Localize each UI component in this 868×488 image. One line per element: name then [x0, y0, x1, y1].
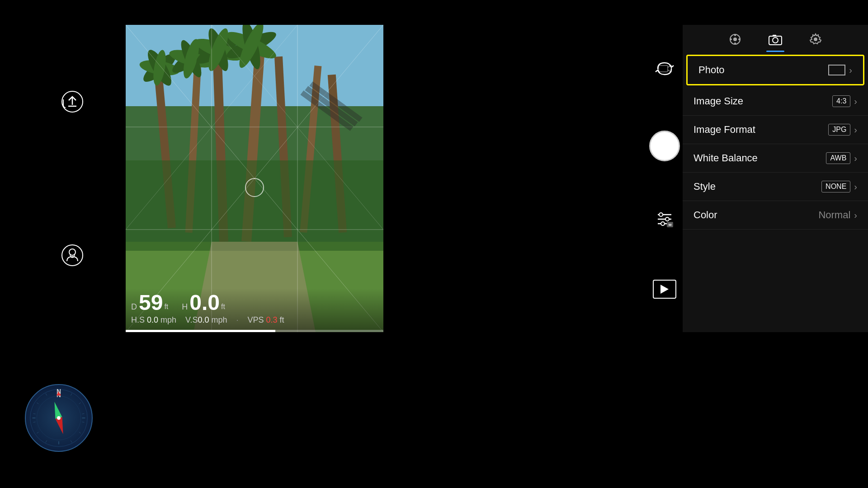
style-label: Style — [693, 181, 716, 192]
panel-tabs — [683, 25, 868, 53]
settings-list: Photo › Image Size 4:3 › Image Format JP… — [683, 55, 868, 230]
settings-item-image-format[interactable]: Image Format JPG › — [683, 116, 868, 144]
h-unit: ft — [221, 303, 225, 311]
svg-point-44 — [730, 38, 732, 40]
camera-flip-button[interactable] — [654, 58, 675, 82]
compass-circle: N N — [25, 384, 93, 452]
white-balance-chevron: › — [854, 153, 857, 164]
filter-settings-button[interactable]: M — [656, 210, 674, 231]
svg-rect-48 — [773, 35, 776, 37]
hud-overlay: D 59 ft H 0.0 ft H.S 0.0 mph V.S0.0 mph … — [126, 288, 383, 332]
svg-point-45 — [738, 38, 740, 40]
svg-point-43 — [734, 42, 736, 44]
svg-line-65 — [82, 422, 85, 422]
image-format-right: JPG › — [828, 124, 857, 136]
svg-line-71 — [33, 422, 36, 422]
playback-button[interactable] — [653, 280, 676, 299]
play-icon — [660, 285, 669, 294]
white-balance-value: AWB — [826, 152, 850, 164]
settings-item-style[interactable]: Style NONE › — [683, 173, 868, 201]
svg-line-66 — [79, 432, 81, 433]
svg-line-70 — [33, 413, 36, 414]
style-right: NONE › — [821, 181, 857, 192]
svg-point-83 — [665, 217, 669, 221]
image-size-chevron: › — [854, 96, 857, 107]
camera-viewport: D 59 ft H 0.0 ft H.S 0.0 mph V.S0.0 mph … — [126, 25, 383, 332]
color-chevron: › — [854, 210, 857, 221]
white-balance-right: AWB › — [826, 152, 857, 164]
compass-widget: N N — [25, 384, 93, 452]
d-value: 59 — [139, 292, 163, 314]
svg-text:M: M — [669, 223, 672, 227]
svg-point-84 — [661, 222, 665, 225]
settings-panel: Photo › Image Size 4:3 › Image Format JP… — [683, 25, 868, 332]
photo-right: › — [828, 65, 852, 75]
photo-value-rect — [828, 65, 845, 75]
svg-rect-78 — [659, 66, 668, 72]
photo-chevron: › — [849, 65, 852, 75]
tab-video[interactable] — [729, 33, 741, 48]
vs-display: V.S0.0 mph — [185, 315, 227, 325]
image-size-right: 4:3 › — [832, 95, 857, 107]
upload-button[interactable] — [61, 90, 84, 113]
image-format-value: JPG — [828, 124, 850, 136]
svg-line-68 — [46, 393, 47, 395]
svg-point-47 — [773, 38, 778, 43]
photo-label: Photo — [698, 64, 725, 76]
style-value: NONE — [821, 181, 850, 192]
image-size-label: Image Size — [693, 95, 743, 107]
hud-altitude: H 0.0 ft — [182, 292, 225, 314]
d-unit: ft — [164, 303, 168, 311]
tab-photo[interactable] — [769, 33, 782, 48]
return-home-button[interactable] — [61, 244, 84, 267]
settings-item-white-balance[interactable]: White Balance AWB › — [683, 144, 868, 173]
progress-fill — [126, 330, 275, 332]
right-side-controls: M — [651, 25, 678, 332]
color-right: Normal › — [818, 209, 857, 221]
hs-display: H.S 0.0 mph — [131, 315, 176, 325]
d-label: D — [131, 302, 137, 312]
image-format-label: Image Format — [693, 124, 755, 136]
style-chevron: › — [854, 182, 857, 192]
tab-settings[interactable] — [809, 33, 822, 48]
svg-point-77 — [57, 416, 61, 420]
svg-line-73 — [46, 441, 47, 443]
settings-item-photo[interactable]: Photo › — [686, 55, 864, 85]
left-sidebar — [45, 25, 99, 332]
vps-display: VPS 0.3 ft — [248, 315, 284, 325]
svg-line-67 — [71, 441, 72, 443]
h-label: H — [182, 302, 188, 312]
active-tab-indicator — [766, 51, 784, 52]
progress-bar — [126, 330, 383, 332]
svg-point-49 — [814, 38, 817, 41]
image-format-chevron: › — [854, 125, 857, 135]
image-size-value: 4:3 — [832, 95, 850, 107]
svg-point-42 — [734, 34, 736, 36]
hud-distance: D 59 ft — [131, 292, 168, 314]
svg-line-69 — [37, 403, 38, 404]
color-value: Normal — [818, 209, 850, 221]
compass-north-label: N — [57, 388, 61, 395]
svg-point-41 — [733, 38, 737, 41]
svg-point-82 — [659, 213, 663, 216]
svg-marker-74 — [51, 401, 62, 419]
svg-line-63 — [79, 403, 81, 404]
settings-item-image-size[interactable]: Image Size 4:3 › — [683, 87, 868, 116]
svg-rect-26 — [126, 160, 383, 251]
svg-marker-75 — [55, 417, 66, 435]
white-balance-label: White Balance — [693, 152, 758, 164]
h-value: 0.0 — [189, 292, 220, 314]
svg-line-62 — [71, 393, 72, 395]
shutter-button[interactable] — [649, 131, 680, 161]
svg-line-72 — [37, 432, 38, 433]
svg-line-64 — [82, 413, 85, 414]
color-label: Color — [693, 209, 717, 221]
settings-item-color[interactable]: Color Normal › — [683, 201, 868, 230]
